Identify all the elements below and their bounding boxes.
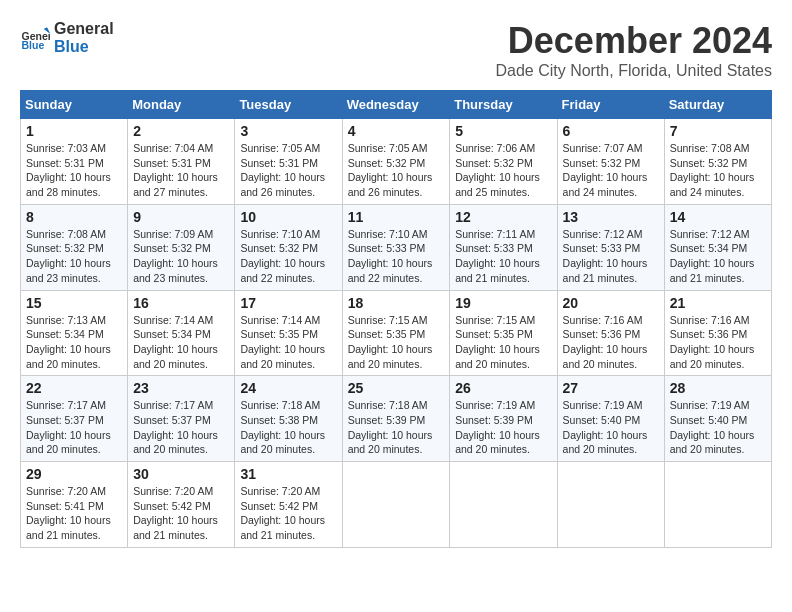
day-cell-25: 25 Sunrise: 7:18 AM Sunset: 5:39 PM Dayl… [342,376,450,462]
day-cell-21: 21 Sunrise: 7:16 AM Sunset: 5:36 PM Dayl… [664,290,771,376]
day-cell-15: 15 Sunrise: 7:13 AM Sunset: 5:34 PM Dayl… [21,290,128,376]
day-info: Sunrise: 7:16 AM Sunset: 5:36 PM Dayligh… [670,314,755,370]
day-info: Sunrise: 7:10 AM Sunset: 5:33 PM Dayligh… [348,228,433,284]
day-info: Sunrise: 7:08 AM Sunset: 5:32 PM Dayligh… [670,142,755,198]
day-cell-24: 24 Sunrise: 7:18 AM Sunset: 5:38 PM Dayl… [235,376,342,462]
empty-cell [342,462,450,548]
day-cell-26: 26 Sunrise: 7:19 AM Sunset: 5:39 PM Dayl… [450,376,557,462]
day-number: 23 [133,380,229,396]
header-thursday: Thursday [450,91,557,119]
day-number: 9 [133,209,229,225]
day-info: Sunrise: 7:09 AM Sunset: 5:32 PM Dayligh… [133,228,218,284]
day-cell-17: 17 Sunrise: 7:14 AM Sunset: 5:35 PM Dayl… [235,290,342,376]
day-info: Sunrise: 7:05 AM Sunset: 5:31 PM Dayligh… [240,142,325,198]
empty-cell [664,462,771,548]
day-info: Sunrise: 7:10 AM Sunset: 5:32 PM Dayligh… [240,228,325,284]
day-info: Sunrise: 7:05 AM Sunset: 5:32 PM Dayligh… [348,142,433,198]
location-title: Dade City North, Florida, United States [495,62,772,80]
logo-general: General [54,20,114,38]
svg-text:Blue: Blue [22,39,45,51]
day-cell-13: 13 Sunrise: 7:12 AM Sunset: 5:33 PM Dayl… [557,204,664,290]
day-cell-4: 4 Sunrise: 7:05 AM Sunset: 5:32 PM Dayli… [342,119,450,205]
day-number: 6 [563,123,659,139]
day-info: Sunrise: 7:12 AM Sunset: 5:33 PM Dayligh… [563,228,648,284]
logo-blue: Blue [54,38,114,56]
day-number: 7 [670,123,766,139]
day-cell-27: 27 Sunrise: 7:19 AM Sunset: 5:40 PM Dayl… [557,376,664,462]
header-friday: Friday [557,91,664,119]
day-cell-28: 28 Sunrise: 7:19 AM Sunset: 5:40 PM Dayl… [664,376,771,462]
day-number: 24 [240,380,336,396]
day-number: 16 [133,295,229,311]
day-number: 11 [348,209,445,225]
header-wednesday: Wednesday [342,91,450,119]
day-info: Sunrise: 7:20 AM Sunset: 5:42 PM Dayligh… [240,485,325,541]
page-header: General Blue General Blue December 2024 … [20,20,772,80]
day-number: 31 [240,466,336,482]
day-info: Sunrise: 7:12 AM Sunset: 5:34 PM Dayligh… [670,228,755,284]
day-cell-22: 22 Sunrise: 7:17 AM Sunset: 5:37 PM Dayl… [21,376,128,462]
day-info: Sunrise: 7:18 AM Sunset: 5:39 PM Dayligh… [348,399,433,455]
day-info: Sunrise: 7:14 AM Sunset: 5:35 PM Dayligh… [240,314,325,370]
day-cell-20: 20 Sunrise: 7:16 AM Sunset: 5:36 PM Dayl… [557,290,664,376]
day-number: 26 [455,380,551,396]
day-cell-19: 19 Sunrise: 7:15 AM Sunset: 5:35 PM Dayl… [450,290,557,376]
header-tuesday: Tuesday [235,91,342,119]
day-number: 30 [133,466,229,482]
day-info: Sunrise: 7:18 AM Sunset: 5:38 PM Dayligh… [240,399,325,455]
day-cell-10: 10 Sunrise: 7:10 AM Sunset: 5:32 PM Dayl… [235,204,342,290]
day-cell-2: 2 Sunrise: 7:04 AM Sunset: 5:31 PM Dayli… [128,119,235,205]
week-row-3: 15 Sunrise: 7:13 AM Sunset: 5:34 PM Dayl… [21,290,772,376]
day-info: Sunrise: 7:20 AM Sunset: 5:42 PM Dayligh… [133,485,218,541]
day-cell-7: 7 Sunrise: 7:08 AM Sunset: 5:32 PM Dayli… [664,119,771,205]
day-number: 15 [26,295,122,311]
day-info: Sunrise: 7:03 AM Sunset: 5:31 PM Dayligh… [26,142,111,198]
day-number: 19 [455,295,551,311]
day-cell-8: 8 Sunrise: 7:08 AM Sunset: 5:32 PM Dayli… [21,204,128,290]
day-info: Sunrise: 7:17 AM Sunset: 5:37 PM Dayligh… [133,399,218,455]
week-row-2: 8 Sunrise: 7:08 AM Sunset: 5:32 PM Dayli… [21,204,772,290]
day-cell-6: 6 Sunrise: 7:07 AM Sunset: 5:32 PM Dayli… [557,119,664,205]
day-number: 25 [348,380,445,396]
day-number: 12 [455,209,551,225]
day-cell-3: 3 Sunrise: 7:05 AM Sunset: 5:31 PM Dayli… [235,119,342,205]
month-title: December 2024 [495,20,772,62]
day-cell-30: 30 Sunrise: 7:20 AM Sunset: 5:42 PM Dayl… [128,462,235,548]
day-info: Sunrise: 7:15 AM Sunset: 5:35 PM Dayligh… [455,314,540,370]
day-info: Sunrise: 7:13 AM Sunset: 5:34 PM Dayligh… [26,314,111,370]
day-number: 21 [670,295,766,311]
day-number: 8 [26,209,122,225]
day-cell-14: 14 Sunrise: 7:12 AM Sunset: 5:34 PM Dayl… [664,204,771,290]
day-cell-23: 23 Sunrise: 7:17 AM Sunset: 5:37 PM Dayl… [128,376,235,462]
day-info: Sunrise: 7:15 AM Sunset: 5:35 PM Dayligh… [348,314,433,370]
day-cell-16: 16 Sunrise: 7:14 AM Sunset: 5:34 PM Dayl… [128,290,235,376]
calendar-table: SundayMondayTuesdayWednesdayThursdayFrid… [20,90,772,548]
week-row-4: 22 Sunrise: 7:17 AM Sunset: 5:37 PM Dayl… [21,376,772,462]
calendar-header-row: SundayMondayTuesdayWednesdayThursdayFrid… [21,91,772,119]
day-cell-12: 12 Sunrise: 7:11 AM Sunset: 5:33 PM Dayl… [450,204,557,290]
day-info: Sunrise: 7:19 AM Sunset: 5:40 PM Dayligh… [563,399,648,455]
day-info: Sunrise: 7:04 AM Sunset: 5:31 PM Dayligh… [133,142,218,198]
day-info: Sunrise: 7:06 AM Sunset: 5:32 PM Dayligh… [455,142,540,198]
day-number: 29 [26,466,122,482]
day-cell-31: 31 Sunrise: 7:20 AM Sunset: 5:42 PM Dayl… [235,462,342,548]
day-info: Sunrise: 7:19 AM Sunset: 5:39 PM Dayligh… [455,399,540,455]
day-number: 13 [563,209,659,225]
day-number: 17 [240,295,336,311]
header-monday: Monday [128,91,235,119]
day-cell-18: 18 Sunrise: 7:15 AM Sunset: 5:35 PM Dayl… [342,290,450,376]
day-number: 3 [240,123,336,139]
week-row-5: 29 Sunrise: 7:20 AM Sunset: 5:41 PM Dayl… [21,462,772,548]
day-info: Sunrise: 7:19 AM Sunset: 5:40 PM Dayligh… [670,399,755,455]
day-info: Sunrise: 7:11 AM Sunset: 5:33 PM Dayligh… [455,228,540,284]
day-number: 18 [348,295,445,311]
day-number: 2 [133,123,229,139]
day-number: 27 [563,380,659,396]
header-sunday: Sunday [21,91,128,119]
day-cell-1: 1 Sunrise: 7:03 AM Sunset: 5:31 PM Dayli… [21,119,128,205]
empty-cell [450,462,557,548]
logo-icon: General Blue [20,23,50,53]
day-number: 22 [26,380,122,396]
empty-cell [557,462,664,548]
day-cell-9: 9 Sunrise: 7:09 AM Sunset: 5:32 PM Dayli… [128,204,235,290]
